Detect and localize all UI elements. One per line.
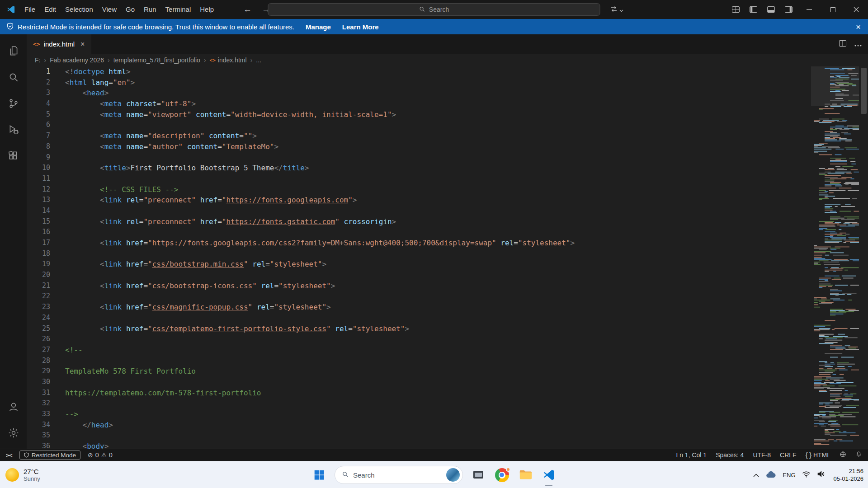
code-line[interactable]: 25 <link href="css/templatemo-first-port… [27, 324, 575, 335]
explorer-icon[interactable] [0, 38, 27, 64]
menu-terminal[interactable]: Terminal [161, 0, 196, 19]
code-line[interactable]: 16 [27, 228, 575, 239]
minimap[interactable] [811, 66, 859, 449]
vscode-taskbar-icon[interactable] [541, 467, 557, 483]
menu-file[interactable]: File [20, 0, 40, 19]
browser-preview-icon[interactable] [840, 451, 846, 459]
more-actions-icon[interactable] [854, 40, 862, 48]
menu-edit[interactable]: Edit [40, 0, 61, 19]
code-line[interactable]: 20 [27, 271, 575, 282]
code-line[interactable]: 27<!-- [27, 346, 575, 357]
code-line[interactable]: 6 [27, 121, 575, 131]
code-line[interactable]: 9 [27, 153, 575, 164]
code-line[interactable]: 23 <link href="css/magnific-popup.css" r… [27, 303, 575, 314]
code-line[interactable]: 24 [27, 314, 575, 324]
toggle-panel-icon[interactable] [762, 6, 780, 13]
back-arrow-icon[interactable]: ← [243, 5, 252, 14]
menu-selection[interactable]: Selection [61, 0, 98, 19]
code-line[interactable]: 32 [27, 399, 575, 410]
clock[interactable]: 21:56 05-01-2026 [834, 467, 864, 483]
vertical-scrollbar[interactable] [861, 68, 867, 114]
code-line[interactable]: 33--> [27, 410, 575, 421]
breadcrumb-item[interactable]: ... [256, 56, 261, 64]
code-line[interactable]: 8 <meta name="author" content="TemplateM… [27, 142, 575, 153]
code-line[interactable]: 29TemplateMo 578 First Portfolio [27, 367, 575, 378]
code-line[interactable]: 35 [27, 431, 575, 442]
code-line[interactable]: 3 <head> [27, 89, 575, 99]
restricted-mode-badge[interactable]: Restricted Mode [19, 450, 80, 460]
close-window-button[interactable] [844, 0, 868, 19]
code-line[interactable]: 26 [27, 335, 575, 346]
settings-gear-icon[interactable] [0, 420, 27, 446]
breadcrumb-item[interactable]: Fab academy 2026 [50, 56, 104, 64]
code-line[interactable]: 2<html lang="en"> [27, 78, 575, 89]
manage-link[interactable]: Manage [306, 23, 331, 31]
code-line[interactable]: 18 [27, 249, 575, 260]
layout-grid-icon[interactable] [727, 6, 745, 13]
cursor-position[interactable]: Ln 1, Col 1 [676, 451, 707, 459]
toggle-sidebar-icon[interactable] [745, 6, 762, 13]
indentation-setting[interactable]: Spaces: 4 [716, 451, 744, 459]
code-line[interactable]: 4 <meta charset="utf-8"> [27, 99, 575, 110]
code-line[interactable]: 10 <title>First Portfolio Bootstrap 5 Th… [27, 164, 575, 174]
menu-help[interactable]: Help [195, 0, 218, 19]
app-window-icon[interactable] [470, 467, 486, 483]
code-line[interactable]: 7 <meta name="description" content=""> [27, 131, 575, 142]
remote-indicator-icon[interactable]: >< [6, 452, 12, 459]
run-debug-icon[interactable] [0, 117, 27, 143]
maximize-button[interactable] [821, 0, 844, 19]
menu-go[interactable]: Go [121, 0, 139, 19]
toggle-secondary-sidebar-icon[interactable] [780, 6, 797, 13]
breadcrumb-item[interactable]: <>index.html [210, 56, 247, 64]
chrome-icon[interactable] [494, 467, 510, 483]
code-line[interactable]: 31https://templatemo.com/tm-578-first-po… [27, 389, 575, 399]
code-line[interactable]: 15 <link rel="preconnect" href="https://… [27, 217, 575, 228]
source-control-icon[interactable] [0, 90, 27, 117]
menu-view[interactable]: View [98, 0, 121, 19]
minimize-button[interactable] [797, 0, 821, 19]
taskbar-search-input[interactable]: Search [335, 466, 463, 484]
tab-index-html[interactable]: <> index.html × [27, 34, 91, 54]
breadcrumb-item[interactable]: templatemo_578_first_portfolio [113, 56, 200, 64]
wifi-icon[interactable] [802, 471, 811, 479]
file-explorer-icon[interactable] [517, 467, 533, 483]
input-language[interactable]: ENG [783, 472, 795, 479]
accounts-icon[interactable] [0, 394, 27, 420]
code-line[interactable]: 11 [27, 174, 575, 185]
code-line[interactable]: 30 [27, 378, 575, 389]
split-editor-icon[interactable] [839, 40, 846, 48]
banner-close-icon[interactable]: × [856, 23, 861, 31]
code-line[interactable]: 17 <link href="https://fonts.googleapis.… [27, 239, 575, 249]
hidden-icons-chevron[interactable] [753, 471, 759, 479]
onedrive-cloud-icon[interactable] [765, 470, 776, 480]
search-input[interactable]: Search [268, 3, 600, 16]
problems-indicator[interactable]: ⊘ 0 ⚠ 0 [88, 451, 113, 459]
tab-close-icon[interactable]: × [80, 40, 85, 48]
volume-icon[interactable] [817, 470, 826, 479]
eol-setting[interactable]: CRLF [780, 451, 797, 459]
weather-widget[interactable]: 27°C Sunny [5, 461, 40, 488]
notifications-bell-icon[interactable] [855, 451, 862, 459]
learn-more-link[interactable]: Learn More [342, 23, 379, 31]
language-mode[interactable]: { } HTML [806, 451, 830, 459]
layout-control[interactable] [610, 0, 623, 19]
code-line[interactable]: 12 <!-- CSS FILES --> [27, 185, 575, 196]
start-button[interactable] [311, 467, 327, 483]
menu-run[interactable]: Run [139, 0, 161, 19]
code-line[interactable]: 1<!doctype html> [27, 67, 575, 78]
encoding-setting[interactable]: UTF-8 [753, 451, 771, 459]
code-line[interactable]: 5 <meta name="viewport" content="width=d… [27, 110, 575, 121]
code-line[interactable]: 21 <link href="css/bootstrap-icons.css" … [27, 282, 575, 292]
extensions-icon[interactable] [0, 143, 27, 169]
search-highlight-image[interactable] [446, 468, 460, 482]
code-line[interactable]: 13 <link rel="preconnect" href="https://… [27, 196, 575, 206]
search-view-icon[interactable] [0, 64, 27, 90]
code-editor[interactable]: 1<!doctype html>2<html lang="en">3 <head… [27, 66, 868, 449]
code-line[interactable]: 19 <link href="css/bootstrap.min.css" re… [27, 260, 575, 271]
code-line[interactable]: 28 [27, 357, 575, 367]
breadcrumb-item[interactable]: F: [35, 56, 40, 64]
code-line[interactable]: 36 <body> [27, 442, 575, 449]
code-line[interactable]: 14 [27, 206, 575, 217]
code-line[interactable]: 34 </head> [27, 421, 575, 432]
code-line[interactable]: 22 [27, 292, 575, 303]
